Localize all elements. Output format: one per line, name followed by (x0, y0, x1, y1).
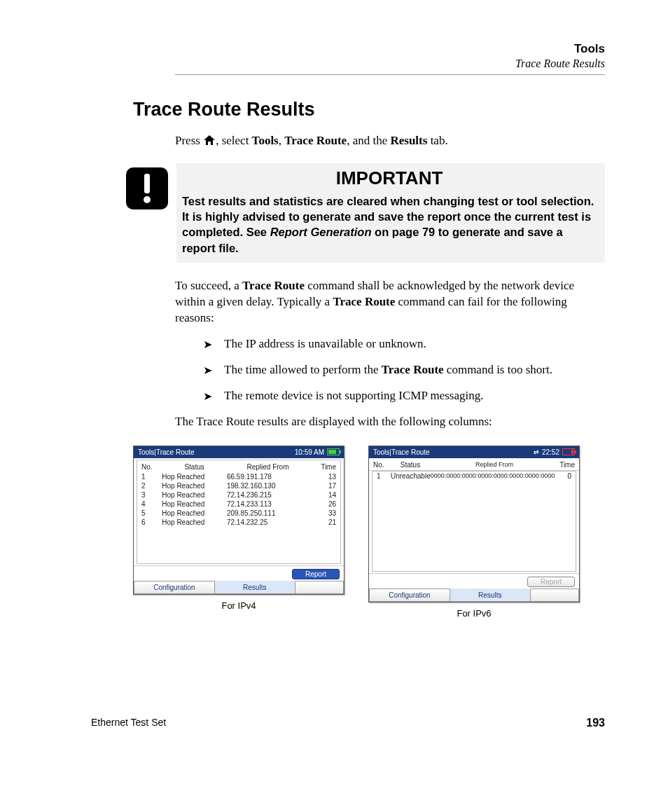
table-row: 3Hop Reached72.14.236.21514 (141, 490, 336, 500)
screenshot-ipv4: Tools|Trace Route 10:59 AM No. Status Re… (133, 446, 345, 595)
footer-product: Ethernet Test Set (91, 717, 166, 729)
clock: 22:52 (542, 448, 559, 456)
important-heading: IMPORTANT (182, 167, 597, 189)
tab-results[interactable]: Results (215, 581, 295, 594)
clock: 10:59 AM (295, 448, 324, 456)
paragraph-success-conditions: To succeed, a Trace Route command shall … (175, 278, 605, 326)
list-item: The IP address is unavailable or unknown… (203, 336, 605, 352)
column-headers: No. Status Replied From Time (137, 460, 340, 472)
tab-configuration[interactable]: Configuration (134, 582, 215, 594)
report-button[interactable]: Report (292, 569, 340, 579)
column-headers: No. Status Replied From Time (369, 458, 579, 471)
network-icon: ⇄ (534, 448, 539, 455)
table-row: 6Hop Reached72.14.232.2521 (141, 518, 336, 527)
caption-ipv6: For IPv6 (457, 608, 491, 619)
important-callout: IMPORTANT Test results and statistics ar… (126, 163, 605, 263)
window-titlebar: Tools|Trace Route ⇄ 22:52 (369, 446, 579, 458)
battery-icon (327, 448, 340, 455)
home-icon (203, 135, 216, 151)
table-row: 1Unreachable0000:0000:0000:0000:0000:000… (377, 472, 571, 481)
battery-icon (562, 448, 575, 455)
footer-page-number: 193 (586, 717, 605, 729)
failure-reasons-list: The IP address is unavailable or unknown… (203, 336, 605, 404)
table-row: 1Hop Reached66.59.191.17813 (141, 472, 336, 481)
table-row: 2Hop Reached198.32.160.13017 (141, 481, 336, 490)
list-item: The remote device is not supporting ICMP… (203, 388, 605, 404)
list-item: The time allowed to perform the Trace Ro… (203, 362, 605, 378)
paragraph-columns: The Trace Route results are displayed wi… (175, 414, 605, 430)
header-section: Trace Route Results (175, 57, 605, 70)
svg-rect-0 (144, 174, 150, 193)
table-row: 4Hop Reached72.14.233.11326 (141, 500, 336, 509)
window-titlebar: Tools|Trace Route 10:59 AM (134, 446, 344, 458)
tab-blank (295, 582, 344, 594)
important-body: Test results and statistics are cleared … (182, 193, 597, 256)
press-instruction: Press , select Tools, Trace Route, and t… (175, 133, 605, 151)
table-row: 5Hop Reached209.85.250.11133 (141, 509, 336, 518)
page-title: Trace Route Results (133, 99, 605, 121)
screenshot-ipv6: Tools|Trace Route ⇄ 22:52 No. Status Rep… (368, 446, 580, 603)
exclamation-icon (126, 167, 168, 209)
svg-point-1 (144, 196, 151, 203)
window-path: Tools|Trace Route (373, 448, 430, 456)
report-button[interactable]: Report (527, 577, 575, 587)
page-footer: Ethernet Test Set 193 (91, 717, 605, 729)
caption-ipv4: For IPv4 (221, 600, 256, 611)
window-path: Tools|Trace Route (138, 448, 195, 456)
page-header: Tools Trace Route Results (175, 42, 605, 75)
header-chapter: Tools (175, 42, 605, 56)
tab-configuration[interactable]: Configuration (369, 589, 450, 602)
tab-results[interactable]: Results (450, 589, 531, 602)
tab-blank (531, 589, 579, 602)
